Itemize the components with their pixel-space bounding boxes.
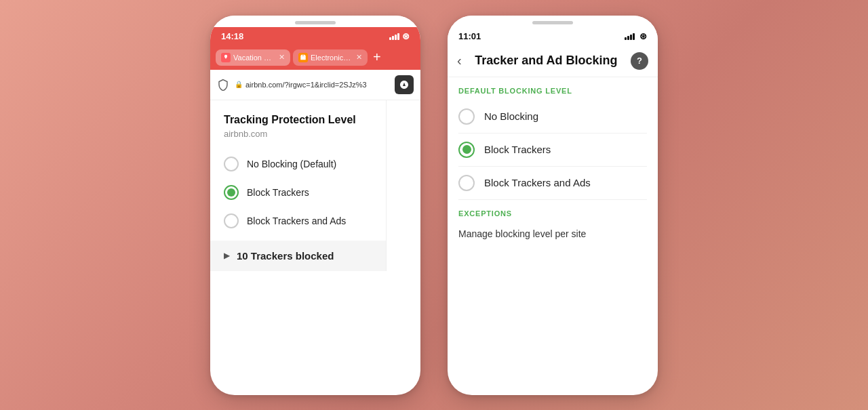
tab-airbnb[interactable]: Vacation Renta ✕ — [216, 49, 290, 66]
tab-close-airbnb[interactable]: ✕ — [279, 53, 285, 62]
arrow-icon: ▶ — [224, 251, 230, 260]
right-option-block-trackers-ads-label: Block Trackers and Ads — [484, 177, 591, 188]
radio-block-trackers-ads[interactable] — [224, 213, 239, 228]
radio-block-trackers[interactable] — [224, 185, 239, 200]
radio-no-blocking[interactable] — [224, 157, 239, 171]
tab-label-airbnb: Vacation Renta — [233, 54, 276, 62]
right-radio-no-blocking[interactable] — [458, 108, 475, 125]
wifi-icon-left: ⊛ — [402, 31, 410, 41]
phone-top-right — [448, 16, 658, 27]
phones-container: 14:18 ⊛ Vacation Renta ✕ — [210, 16, 658, 395]
right-option-no-blocking[interactable]: No Blocking — [448, 100, 658, 133]
url-text: airbnb.com/?irgwc=1&irclid=2SJz%3 — [245, 81, 367, 89]
tab-shopping[interactable]: Electronics, Ca ✕ — [293, 49, 368, 66]
page-header: ‹ Tracker and Ad Blocking ? — [448, 45, 658, 77]
tab-icon-airbnb — [221, 53, 231, 62]
tab-close-shopping[interactable]: ✕ — [356, 53, 362, 62]
right-radio-inner-selected — [462, 145, 471, 154]
option-no-blocking-label: No Blocking (Default) — [247, 159, 336, 169]
status-bar-right: 11:01 ⊛ — [448, 27, 658, 45]
option-block-trackers-ads-label: Block Trackers and Ads — [247, 216, 346, 226]
right-option-block-trackers-label: Block Trackers — [484, 144, 551, 155]
option-block-trackers-label: Block Trackers — [247, 187, 309, 198]
section-default-label: DEFAULT BLOCKING LEVEL — [448, 77, 658, 100]
time-left: 14:18 — [221, 31, 243, 41]
right-content: DEFAULT BLOCKING LEVEL No Blocking Block… — [448, 77, 658, 247]
status-icons-left: ⊛ — [389, 31, 410, 41]
option-block-trackers[interactable]: Block Trackers — [224, 178, 372, 207]
left-phone: 14:18 ⊛ Vacation Renta ✕ — [210, 16, 420, 395]
status-icons-right: ⊛ — [625, 31, 647, 41]
exceptions-item[interactable]: Manage blocking level per site — [458, 226, 647, 242]
phone-top-left — [210, 16, 420, 27]
right-option-no-blocking-label: No Blocking — [484, 110, 538, 122]
tracker-count-bar[interactable]: ▶ 10 Trackers blocked — [210, 241, 386, 271]
exceptions-label: EXCEPTIONS — [458, 209, 647, 218]
address-text[interactable]: 🔒 airbnb.com/?irgwc=1&irclid=2SJz%3 — [235, 81, 389, 89]
tabs-bar: Vacation Renta ✕ Electronics, Ca ✕ + — [210, 45, 420, 70]
signal-icon-left — [389, 32, 399, 40]
radio-inner-selected — [227, 188, 235, 197]
help-button[interactable]: ? — [631, 52, 648, 70]
tracking-protection-popup: Tracking Protection Level airbnb.com No … — [210, 100, 387, 271]
right-phone: 11:01 ⊛ ‹ Tracker and Ad Blocking ? DEFA… — [448, 16, 658, 395]
lock-icon: 🔒 — [235, 81, 243, 88]
vivaldi-button[interactable] — [395, 75, 414, 94]
top-pill-left — [295, 21, 336, 24]
top-pill-right — [532, 21, 573, 24]
address-bar: 🔒 airbnb.com/?irgwc=1&irclid=2SJz%3 — [210, 70, 420, 100]
right-option-block-trackers-ads[interactable]: Block Trackers and Ads — [448, 167, 658, 199]
signal-icon-right — [625, 32, 635, 40]
wifi-icon-right: ⊛ — [639, 31, 647, 41]
right-radio-block-trackers-ads[interactable] — [458, 175, 475, 191]
exceptions-section: EXCEPTIONS Manage blocking level per sit… — [448, 200, 658, 247]
right-option-block-trackers[interactable]: Block Trackers — [448, 134, 658, 166]
back-button[interactable]: ‹ — [457, 53, 462, 68]
time-right: 11:01 — [458, 31, 481, 41]
add-tab-button[interactable]: + — [373, 49, 381, 65]
right-radio-block-trackers[interactable] — [458, 142, 475, 158]
option-no-blocking[interactable]: No Blocking (Default) — [224, 150, 372, 178]
popup-subtitle: airbnb.com — [224, 129, 372, 139]
tracker-count-text: 10 Trackers blocked — [237, 250, 334, 262]
shield-icon — [217, 79, 229, 91]
tab-label-shopping: Electronics, Ca — [311, 54, 353, 62]
popup-title: Tracking Protection Level — [224, 114, 372, 126]
tab-icon-shopping — [298, 53, 308, 62]
option-block-trackers-ads[interactable]: Block Trackers and Ads — [224, 207, 372, 235]
status-bar-left: 14:18 ⊛ — [210, 27, 420, 45]
page-title: Tracker and Ad Blocking — [467, 54, 625, 68]
